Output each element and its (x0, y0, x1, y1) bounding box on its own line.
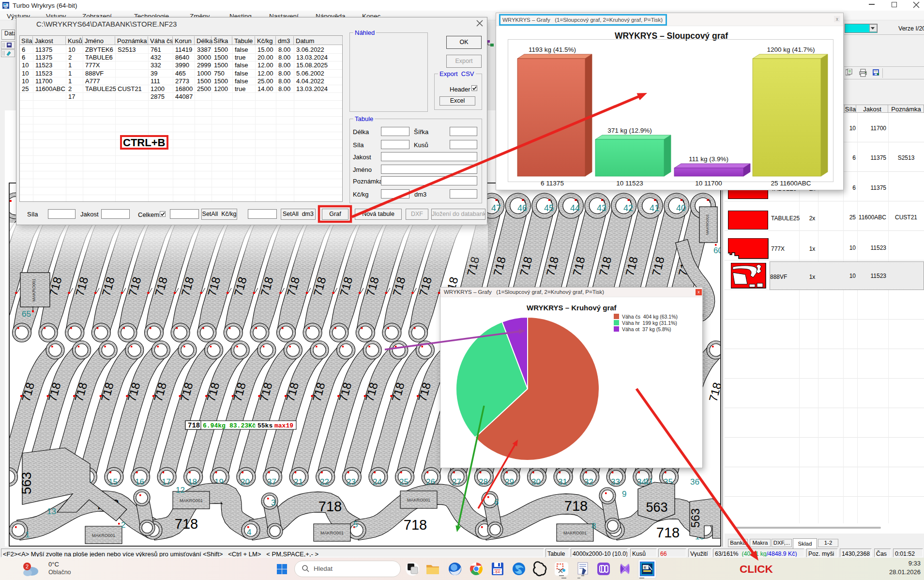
svg-text:563: 563 (646, 500, 667, 515)
svg-text:MAKRO001: MAKRO001 (407, 498, 430, 503)
svg-text:563: 563 (19, 472, 34, 495)
svg-text:718: 718 (404, 517, 427, 533)
svg-text:23: 23 (347, 477, 356, 487)
svg-text:33: 33 (611, 477, 620, 487)
svg-text:17: 17 (162, 477, 171, 487)
svg-text:43: 43 (597, 203, 606, 213)
svg-text:1200 kg (41.7%): 1200 kg (41.7%) (767, 46, 815, 53)
svg-text:30: 30 (531, 477, 541, 487)
svg-text:2: 2 (121, 520, 125, 530)
svg-text:45: 45 (544, 203, 554, 213)
svg-text:1193 kg (41.5%): 1193 kg (41.5%) (529, 46, 576, 53)
svg-text:20: 20 (241, 477, 250, 487)
svg-text:13: 13 (47, 507, 56, 516)
svg-text:MAKRO001: MAKRO001 (705, 214, 710, 235)
svg-text:44: 44 (570, 203, 580, 213)
svg-text:8: 8 (591, 521, 596, 531)
svg-text:24: 24 (373, 477, 382, 487)
svg-text:MAKRO001: MAKRO001 (563, 531, 587, 535)
svg-text:MAKRO001: MAKRO001 (180, 498, 203, 503)
svg-text:37: 37 (267, 477, 276, 487)
svg-text:60: 60 (713, 246, 723, 255)
svg-text:55ks: 55ks (258, 422, 273, 429)
svg-text:MAKRO001: MAKRO001 (31, 278, 36, 302)
svg-text:83.23Kč: 83.23Kč (229, 422, 256, 429)
svg-text:25 11600ABC: 25 11600ABC (771, 180, 811, 187)
svg-text:25: 25 (399, 477, 409, 487)
svg-text:Váha ot 37 kg (5.8%): Váha ot 37 kg (5.8%) (622, 326, 671, 332)
svg-text:5: 5 (353, 520, 358, 529)
svg-text:36: 36 (690, 477, 699, 487)
svg-text:10 11700: 10 11700 (695, 180, 722, 187)
svg-text:3: 3 (271, 498, 275, 507)
svg-text:563: 563 (689, 508, 702, 528)
svg-text:2: 2 (26, 564, 29, 569)
svg-text:40: 40 (676, 203, 686, 213)
svg-text:MAKRO001: MAKRO001 (320, 531, 344, 535)
svg-text:18: 18 (188, 477, 197, 487)
svg-text:718: 718 (318, 499, 342, 514)
svg-text:27: 27 (452, 477, 461, 487)
svg-text:31: 31 (558, 477, 567, 487)
svg-text:718: 718 (175, 516, 198, 532)
svg-text:1: 1 (25, 530, 30, 539)
svg-text:6 11375: 6 11375 (541, 180, 564, 187)
svg-text:46: 46 (517, 203, 527, 213)
svg-text:6: 6 (494, 498, 499, 507)
svg-text:max19: max19 (274, 422, 293, 429)
svg-text:Váha hr 199 kg (31.1%): Váha hr 199 kg (31.1%) (622, 320, 677, 326)
svg-text:22: 22 (320, 477, 329, 487)
svg-text:47: 47 (491, 203, 501, 213)
svg-text:371 kg (12.9%): 371 kg (12.9%) (607, 127, 652, 134)
svg-text:111 kg (3.9%): 111 kg (3.9%) (689, 155, 728, 163)
svg-text:-64:: -64: (493, 570, 502, 574)
svg-text:29: 29 (505, 477, 514, 487)
svg-text:10 11523: 10 11523 (616, 180, 643, 187)
svg-text:Váha čs 404 kg (63.1%): Váha čs 404 kg (63.1%) (622, 314, 678, 320)
svg-text:718: 718 (188, 422, 200, 429)
svg-text:15: 15 (108, 477, 118, 487)
svg-text:12: 12 (176, 486, 185, 495)
svg-text:32: 32 (584, 477, 593, 487)
svg-text:28: 28 (479, 477, 488, 487)
svg-text:41: 41 (650, 203, 659, 213)
svg-text:65: 65 (22, 309, 31, 319)
svg-text:718: 718 (564, 498, 588, 514)
svg-text:718: 718 (656, 525, 680, 540)
svg-text:16: 16 (135, 477, 144, 487)
svg-text:R: R (644, 565, 646, 570)
svg-text:6.94kg: 6.94kg (203, 422, 226, 429)
svg-text:MAKRO001: MAKRO001 (92, 533, 115, 538)
svg-text:9: 9 (622, 489, 626, 499)
svg-text:42: 42 (623, 203, 633, 213)
svg-text:21: 21 (294, 477, 303, 487)
svg-text:4: 4 (247, 528, 251, 537)
